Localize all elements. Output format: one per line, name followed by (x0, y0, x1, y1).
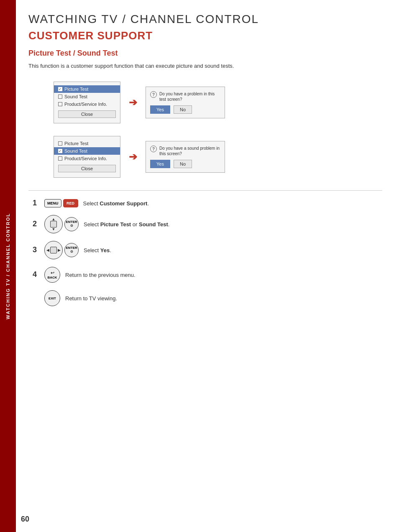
dpad-leftright[interactable]: ◀ ▶ (44, 241, 63, 259)
dialog-buttons-2: Yes No (150, 160, 220, 168)
diagram-row-sound: Picture Test Sound Test Product/Service … (54, 136, 382, 178)
menu-box-sound: Picture Test Sound Test Product/Service … (54, 136, 120, 178)
step-1-text: Select Customer Support. (83, 200, 149, 207)
exit-icons: EXIT (44, 290, 60, 306)
enter-button-3[interactable]: ENTER⊙ (64, 243, 79, 257)
page-number: 60 (21, 515, 29, 524)
subsection-part2: Sound Test (77, 49, 118, 57)
dialog-text-1: Do you have a problem in this test scree… (159, 91, 220, 102)
dpad-down-icon: ▼ (52, 227, 56, 231)
subsection-title: Picture Test / Sound Test (28, 49, 382, 58)
menu-item-picture-test-2: Picture Test (54, 140, 120, 147)
dialog-icon-2: ? (150, 146, 157, 152)
dialog-no-1[interactable]: No (174, 105, 192, 114)
step-3: 3 ◀ ▶ ENTER⊙ Select Yes. (33, 241, 382, 259)
section-title: CUSTOMER SUPPORT (28, 29, 382, 42)
dialog-header-1: ? Do you have a problem in this test scr… (150, 91, 220, 102)
checkbox-picture (58, 87, 62, 91)
back-icon: ↩ (51, 270, 54, 276)
dialog-sound: ? Do you have a sound problem in this sc… (146, 141, 225, 173)
step-1-icons: MENU RED (44, 199, 78, 207)
menu-item-sound-test-1: Sound Test (54, 93, 120, 100)
section-divider (28, 190, 382, 191)
step-4: 4 ↩ BACK Return to the previous menu. (33, 267, 382, 283)
main-content: WATCHING TV / CHANNEL CONTROL CUSTOMER S… (16, 0, 399, 323)
menu-label-sound-2: Sound Test (64, 148, 87, 153)
step-exit: 5 EXIT Return to TV viewing. (33, 290, 382, 306)
menu-item-picture-test: Picture Test (54, 85, 120, 93)
menu-label-picture-2: Picture Test (64, 141, 88, 146)
sidebar-label: WATCHING TV / CHANNEL CONTROL (5, 213, 10, 319)
menu-item-product-2: Product/Service Info. (54, 155, 120, 162)
step-2-text: Select Picture Test or Sound Test. (84, 221, 169, 228)
sidebar: WATCHING TV / CHANNEL CONTROL (0, 0, 16, 532)
exit-label: EXIT (49, 297, 56, 300)
dpad-up-icon: ▲ (52, 217, 56, 221)
menu-label-product-1: Product/Service Info. (64, 102, 107, 107)
back-label: BACK (47, 276, 57, 279)
arrow-2: ➔ (129, 151, 137, 163)
arrow-1: ➔ (129, 97, 137, 108)
red-button[interactable]: RED (63, 199, 78, 207)
dialog-yes-2[interactable]: Yes (150, 160, 170, 168)
step-4-number: 4 (33, 270, 39, 279)
checkbox-product-2 (58, 156, 62, 161)
step-1-bold: Customer Support (100, 200, 147, 207)
menu-item-sound-test-2: Sound Test (54, 147, 120, 155)
dialog-icon-1: ? (150, 91, 157, 98)
menu-button[interactable]: MENU (44, 199, 61, 207)
dialog-yes-1[interactable]: Yes (150, 105, 170, 114)
dialog-text-2: Do you have a sound problem in this scre… (159, 146, 220, 156)
dpad-updown[interactable]: ▲ ▼ (44, 215, 63, 233)
close-button-2[interactable]: Close (58, 165, 116, 172)
dialog-picture: ? Do you have a problem in this test scr… (146, 87, 225, 118)
menu-label-sound-1: Sound Test (64, 94, 87, 99)
dpad-lr-center (50, 247, 57, 253)
dpad-left-icon: ◀ (46, 248, 49, 252)
checkbox-picture-2 (58, 141, 62, 146)
checkbox-product-1 (58, 102, 62, 106)
step-4-icons: ↩ BACK (44, 267, 60, 283)
step-2-bold1: Picture Test (100, 221, 131, 228)
menu-item-product-1: Product/Service Info. (54, 100, 120, 108)
subsection-sep: / (73, 49, 77, 57)
exit-button[interactable]: EXIT (44, 290, 60, 306)
step-2-bold2: Sound Test (139, 221, 168, 228)
description-text: This function is a customer support func… (28, 63, 382, 69)
step-2-icons: ▲ ▼ ENTER⊙ (44, 215, 79, 233)
step-2: 2 ▲ ▼ ENTER⊙ Select Picture Test or Soun… (33, 215, 382, 233)
diagram-row-picture: Picture Test Sound Test Product/Service … (54, 82, 382, 123)
checkbox-sound-2 (58, 149, 62, 153)
dpad-right-icon: ▶ (58, 248, 61, 252)
enter-button-2[interactable]: ENTER⊙ (64, 217, 79, 231)
menu-box-picture: Picture Test Sound Test Product/Service … (54, 82, 120, 123)
menu-label-product-2: Product/Service Info. (64, 156, 107, 161)
subsection-part1: Picture Test (28, 49, 71, 57)
step-2-number: 2 (33, 220, 39, 228)
steps-list: 1 MENU RED Select Customer Support. 2 ▲ … (28, 199, 382, 306)
step-1-number: 1 (33, 199, 39, 207)
checkbox-sound-1 (58, 95, 62, 99)
page-title: WATCHING TV / CHANNEL CONTROL (28, 13, 382, 26)
back-button[interactable]: ↩ BACK (44, 267, 60, 283)
step-3-text: Select Yes. (84, 247, 111, 253)
menu-label-picture: Picture Test (64, 87, 88, 92)
dialog-buttons-1: Yes No (150, 105, 220, 114)
close-button-1[interactable]: Close (58, 110, 116, 118)
diagram-area: Picture Test Sound Test Product/Service … (28, 82, 382, 178)
step-3-number: 3 (33, 246, 39, 254)
step-3-bold: Yes (100, 247, 110, 253)
dpad-center (50, 221, 57, 228)
exit-text: Return to TV viewing. (65, 295, 117, 302)
step-1: 1 MENU RED Select Customer Support. (33, 199, 382, 207)
dialog-header-2: ? Do you have a sound problem in this sc… (150, 146, 220, 156)
step-4-text: Return to the previous menu. (65, 272, 136, 278)
dialog-no-2[interactable]: No (174, 160, 192, 168)
step-3-icons: ◀ ▶ ENTER⊙ (44, 241, 79, 259)
